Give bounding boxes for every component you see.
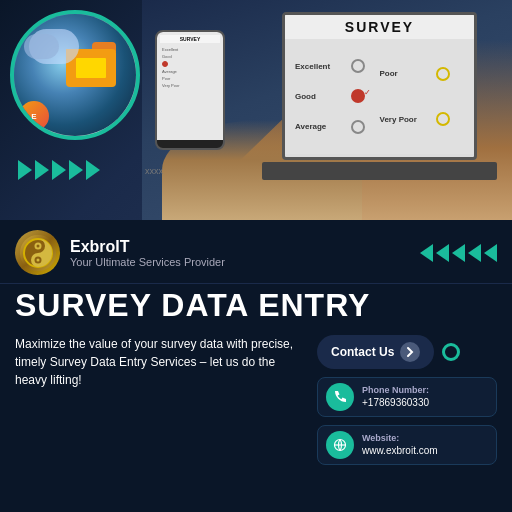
- back-arrow-2: [436, 244, 449, 262]
- bottom-section: Maximize the value of your survey data w…: [0, 329, 512, 475]
- hero-circle-image: E: [10, 10, 140, 140]
- phone-info-row: Phone Number: +17869360330: [317, 377, 497, 417]
- survey-header: SURVEY: [285, 15, 474, 39]
- title-section: SURVEY DATA ENTRY: [0, 284, 512, 329]
- option-verypoor: Very Poor: [380, 115, 422, 124]
- phone-icon: [326, 383, 354, 411]
- phone-info-text: Phone Number: +17869360330: [362, 384, 429, 411]
- green-dot-indicator: [442, 343, 460, 361]
- placeholder-text: xxxx: [145, 166, 163, 176]
- website-value: www.exbroit.com: [362, 444, 438, 458]
- option-average: Average: [295, 122, 337, 131]
- contact-us-row: Contact Us: [317, 335, 497, 369]
- brand-area: ExbroIT Your Ultimate Services Provider: [15, 230, 225, 275]
- contact-us-button[interactable]: Contact Us: [317, 335, 434, 369]
- website-label: Website:: [362, 432, 438, 445]
- website-icon: [326, 431, 354, 459]
- brand-logo: [15, 230, 60, 275]
- play-arrow-3: [52, 160, 66, 180]
- back-arrows: [420, 244, 497, 262]
- svg-point-3: [36, 244, 39, 247]
- option-excellent: Excellent: [295, 62, 337, 71]
- play-arrow-4: [69, 160, 83, 180]
- option-good: Good: [295, 92, 337, 101]
- laptop-screen: SURVEY Excellent Good Average ✓ Poor: [282, 12, 477, 160]
- play-arrow-1: [18, 160, 32, 180]
- page-description: Maximize the value of your survey data w…: [15, 335, 302, 389]
- main-title: SURVEY DATA ENTRY: [15, 288, 497, 323]
- phone-mockup: SURVEY Excellent Good Average Poor Very …: [155, 30, 225, 150]
- brand-logo-inner: [20, 235, 56, 271]
- svg-point-4: [36, 258, 39, 261]
- phone-survey-label: SURVEY: [160, 35, 220, 43]
- back-arrow-3: [452, 244, 465, 262]
- website-info-text: Website: www.exbroit.com: [362, 432, 438, 459]
- exbroit-small-logo: E: [19, 101, 49, 131]
- play-arrow-5: [86, 160, 100, 180]
- hero-section: SURVEY Excellent Good Average ✓ Poor: [0, 0, 512, 220]
- play-arrows: [18, 160, 100, 180]
- option-poor: Poor: [380, 69, 422, 78]
- brand-name: ExbroIT: [70, 238, 225, 256]
- website-info-row: Website: www.exbroit.com: [317, 425, 497, 465]
- brand-section: ExbroIT Your Ultimate Services Provider: [0, 220, 512, 284]
- contact-panel: Contact Us Phone Number: +17869360330: [317, 335, 497, 465]
- back-arrow-5: [484, 244, 497, 262]
- brand-info: ExbroIT Your Ultimate Services Provider: [70, 238, 225, 268]
- contact-arrow-icon: [400, 342, 420, 362]
- contact-us-label: Contact Us: [331, 345, 394, 359]
- laptop-base: [262, 162, 497, 180]
- phone-value: +17869360330: [362, 396, 429, 410]
- brand-tagline: Your Ultimate Services Provider: [70, 256, 225, 268]
- phone-label: Phone Number:: [362, 384, 429, 397]
- back-arrow-4: [468, 244, 481, 262]
- play-arrow-2: [35, 160, 49, 180]
- back-arrow-1: [420, 244, 433, 262]
